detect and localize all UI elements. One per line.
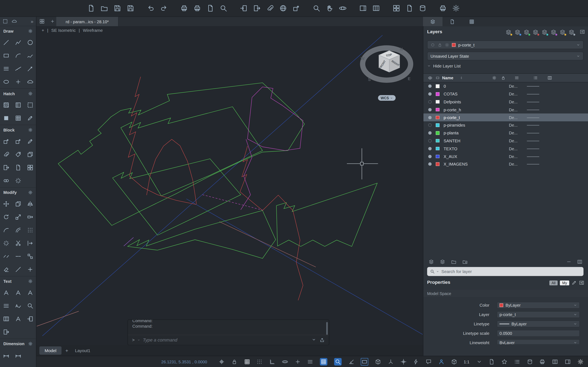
object-snap-icon[interactable] [334, 358, 342, 366]
select-lasso-icon[interactable] [12, 19, 17, 24]
export-doc-icon[interactable] [253, 4, 261, 12]
freeze-column-icon[interactable] [492, 76, 497, 80]
multiline-text-icon[interactable] [3, 290, 9, 296]
justify-text-icon[interactable] [3, 303, 9, 309]
layer-lineweight[interactable]: De... [509, 92, 518, 96]
arc-icon[interactable] [15, 52, 21, 59]
layer-linetype-sample[interactable] [527, 94, 539, 94]
cube-icon[interactable] [375, 359, 381, 365]
text-case-icon[interactable] [15, 316, 21, 322]
align-icon[interactable] [27, 253, 33, 259]
block-editor-icon[interactable] [27, 138, 33, 145]
gear-icon[interactable] [28, 128, 33, 132]
gear-icon[interactable] [28, 190, 33, 195]
layout1-tab[interactable]: Layout1 [72, 348, 94, 353]
property-linetype-scale[interactable]: 0.0500 [497, 330, 580, 337]
copy-icon[interactable] [15, 201, 21, 207]
command-scrollbar[interactable] [326, 322, 328, 335]
sidebar-overflow[interactable]: » [31, 18, 33, 24]
layer-visibility-toggle[interactable] [428, 124, 432, 127]
open-folder-icon[interactable] [100, 4, 108, 12]
layer-row[interactable]: COTASDe... [424, 90, 588, 98]
layer-visibility-toggle[interactable] [428, 155, 432, 158]
spline-icon[interactable] [27, 52, 33, 59]
polyline-icon[interactable] [15, 39, 21, 46]
angle-icon[interactable] [348, 359, 354, 365]
layer-lineweight[interactable]: De... [509, 146, 518, 151]
revision-cloud-icon[interactable] [27, 79, 33, 85]
layer-color-swatch[interactable] [436, 162, 439, 166]
lock-icon[interactable] [231, 359, 237, 365]
explode-icon[interactable] [3, 240, 9, 246]
layer-color-swatch[interactable] [436, 139, 439, 142]
layer-lineweight[interactable]: De... [509, 108, 518, 112]
attach-reference-icon[interactable] [3, 151, 9, 158]
layer-visibility-toggle[interactable] [428, 162, 432, 166]
layer-row[interactable]: 0De... [424, 82, 588, 90]
panel-tab-layers-panel[interactable] [423, 17, 443, 26]
layer-linetype-sample[interactable] [527, 164, 539, 165]
layer-color-swatch[interactable] [436, 116, 439, 119]
layer-lineweight[interactable]: De... [509, 139, 518, 143]
new-group-filter-icon[interactable] [451, 259, 457, 264]
ellipse-icon[interactable] [3, 79, 9, 85]
fillet-icon[interactable] [3, 227, 9, 233]
gear-icon[interactable] [28, 29, 33, 33]
single-line-text-icon[interactable] [15, 290, 21, 296]
collapse-panel-icon[interactable] [580, 29, 585, 34]
layer-search-field[interactable]: Search for layer [427, 267, 584, 276]
visual-style-control[interactable]: Wireframe [83, 28, 103, 33]
annotation-user-icon[interactable] [438, 359, 444, 365]
section-header-draw[interactable]: Draw [0, 26, 36, 36]
dimension-linear-icon[interactable] [3, 352, 9, 359]
pdf-import-icon[interactable] [27, 316, 33, 322]
annotation-scale[interactable]: 1:1 [464, 359, 469, 364]
model-tab[interactable]: Model [39, 346, 62, 355]
web-insert-icon[interactable] [279, 4, 287, 12]
select-window-icon[interactable] [3, 19, 8, 24]
lightning-icon[interactable] [413, 359, 419, 365]
command-input[interactable]: > Type a command [128, 335, 329, 345]
properties-section-header[interactable]: Model Space [424, 290, 588, 297]
cube-icon[interactable] [451, 359, 457, 365]
property-linetype[interactable]: ByLayer [497, 320, 580, 327]
compass-e[interactable]: E [408, 76, 410, 81]
command-panel[interactable]: Command: Command: > Type a command [127, 319, 329, 345]
orbit-icon[interactable] [282, 359, 288, 365]
gear-icon[interactable] [28, 342, 33, 346]
undo-icon[interactable] [147, 4, 155, 12]
layer-visibility-toggle[interactable] [428, 100, 432, 104]
paste-block-icon[interactable] [15, 164, 21, 171]
new-drawing-tab-icon[interactable] [50, 19, 55, 24]
wcs-selector[interactable]: WCS [378, 95, 396, 101]
construction-line-icon[interactable] [15, 66, 21, 72]
insert-block-icon[interactable] [3, 138, 9, 145]
compass-w[interactable]: W [361, 56, 365, 61]
grid-icon[interactable] [244, 359, 250, 365]
star-icon[interactable] [502, 359, 507, 365]
viewport-display-icon[interactable] [372, 4, 380, 12]
property-layer[interactable]: p-corte_t [497, 311, 580, 318]
spell-check-icon[interactable] [15, 303, 21, 309]
named-views-icon[interactable] [359, 4, 367, 12]
walk-layer-icon[interactable] [568, 29, 574, 35]
off-layer-icon[interactable] [559, 29, 565, 35]
layer-lineweight[interactable]: De... [509, 154, 518, 159]
print-preview-icon[interactable] [220, 4, 227, 12]
print-add-icon[interactable] [194, 4, 201, 12]
text-columns-icon[interactable] [3, 316, 9, 322]
layer-visibility-toggle[interactable] [428, 131, 432, 135]
property-lineweight[interactable]: ByLayer [497, 339, 580, 344]
dimension-aligned-icon[interactable] [15, 352, 21, 359]
zoom-window-icon[interactable] [313, 4, 320, 12]
stretch-icon[interactable] [27, 214, 33, 220]
layer-lineweight[interactable]: De... [509, 100, 518, 104]
lock-column-icon[interactable] [501, 76, 506, 80]
layer-visibility-toggle[interactable] [428, 85, 432, 88]
join-icon[interactable] [15, 253, 21, 259]
plus-icon[interactable] [295, 359, 301, 365]
trim-icon[interactable] [15, 240, 21, 246]
remove-icon[interactable] [566, 259, 571, 264]
freeze-layer-icon[interactable] [523, 29, 529, 35]
copy-block-icon[interactable] [27, 151, 33, 158]
